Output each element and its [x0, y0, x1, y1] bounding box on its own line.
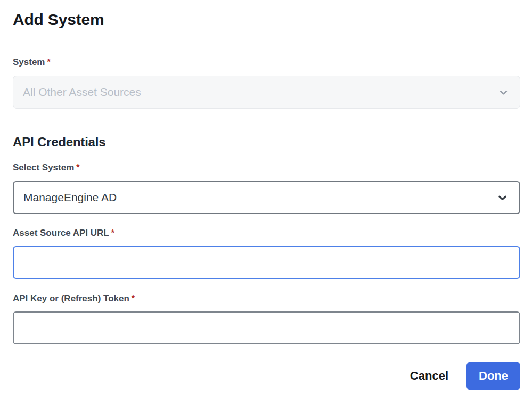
- select-system-label: Select System*: [13, 163, 520, 173]
- select-system-label-text: Select System: [13, 162, 74, 173]
- chevron-down-icon: [496, 192, 509, 204]
- form-footer: Cancel Done: [13, 362, 520, 390]
- asset-source-api-url-label: Asset Source API URL*: [13, 228, 520, 238]
- cancel-button[interactable]: Cancel: [408, 365, 451, 387]
- select-system-select[interactable]: ManageEngine AD: [13, 181, 520, 214]
- required-asterisk: *: [111, 228, 114, 237]
- asset-source-api-url-input[interactable]: [13, 246, 520, 279]
- required-asterisk: *: [47, 58, 50, 67]
- system-label: System*: [13, 58, 520, 67]
- api-key-label: API Key or (Refresh) Token*: [13, 294, 520, 303]
- asset-source-api-url-label-text: Asset Source API URL: [13, 228, 109, 238]
- chevron-down-icon: [498, 87, 509, 98]
- system-select-value: All Other Asset Sources: [23, 86, 141, 99]
- system-label-text: System: [13, 57, 45, 67]
- system-select: All Other Asset Sources: [13, 76, 520, 109]
- api-credentials-heading: API Credentials: [13, 134, 520, 150]
- select-system-value: ManageEngine AD: [23, 191, 117, 204]
- page-title: Add System: [13, 10, 520, 30]
- required-asterisk: *: [76, 163, 79, 172]
- done-button[interactable]: Done: [466, 362, 520, 390]
- required-asterisk: *: [132, 294, 135, 303]
- api-key-label-text: API Key or (Refresh) Token: [13, 293, 129, 303]
- add-system-form: Add System System* All Other Asset Sourc…: [0, 10, 532, 402]
- api-key-input[interactable]: [13, 311, 520, 344]
